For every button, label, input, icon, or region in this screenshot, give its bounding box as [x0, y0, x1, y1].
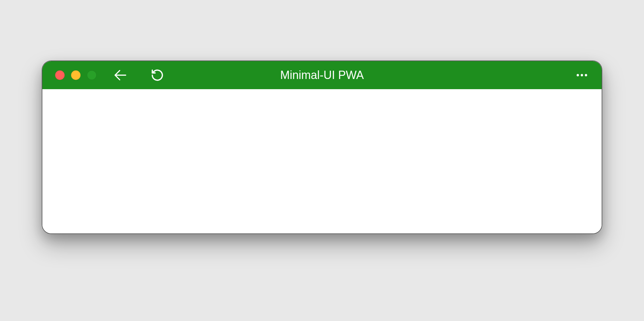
- content-area: [42, 89, 602, 233]
- window-title: Minimal-UI PWA: [280, 68, 364, 82]
- more-menu-button[interactable]: [575, 68, 589, 82]
- reload-button[interactable]: [151, 68, 164, 82]
- app-window: Minimal-UI PWA: [42, 61, 602, 234]
- maximize-button[interactable]: [87, 70, 97, 80]
- reload-icon: [151, 68, 164, 82]
- more-horizontal-icon: [575, 68, 589, 82]
- back-arrow-icon: [112, 67, 128, 83]
- titlebar: Minimal-UI PWA: [42, 61, 602, 89]
- nav-controls: [112, 67, 164, 83]
- svg-point-3: [585, 74, 587, 76]
- svg-point-1: [577, 74, 579, 76]
- window-controls: [55, 70, 97, 80]
- back-button[interactable]: [112, 67, 128, 83]
- close-button[interactable]: [55, 70, 65, 80]
- svg-point-2: [581, 74, 583, 76]
- minimize-button[interactable]: [71, 70, 81, 80]
